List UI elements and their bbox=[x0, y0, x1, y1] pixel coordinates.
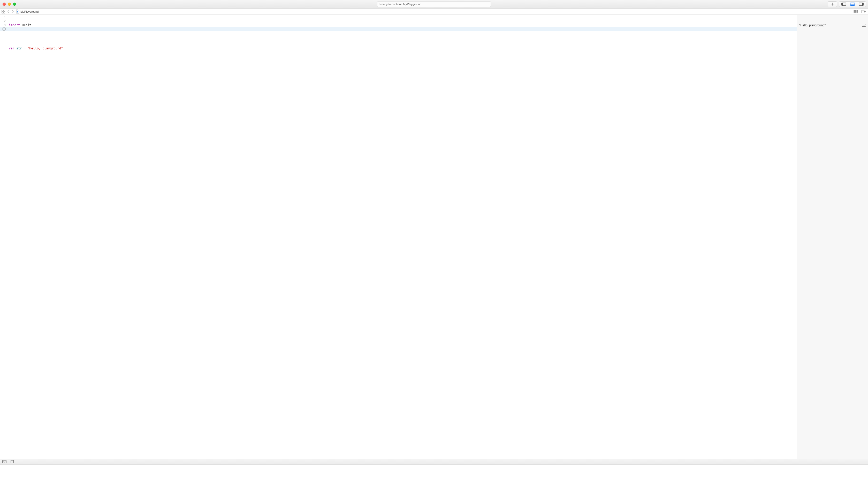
line-number: 2 bbox=[0, 19, 8, 23]
string-literal: "Hello, playground" bbox=[27, 47, 63, 50]
code-line bbox=[9, 58, 797, 62]
swift-document-icon bbox=[16, 9, 19, 14]
module-name: UIKit bbox=[22, 23, 31, 27]
titlebar-right-controls bbox=[828, 1, 866, 7]
jump-bar-right bbox=[853, 9, 866, 14]
editor-gutter: 1 2 3 bbox=[0, 15, 8, 459]
activity-status-text: Ready to continue MyPlayground bbox=[379, 3, 421, 6]
related-items-button[interactable] bbox=[2, 10, 5, 14]
library-add-button[interactable] bbox=[828, 2, 837, 7]
results-sidebar: "Hello, playground" bbox=[797, 15, 868, 459]
svg-rect-3 bbox=[850, 5, 854, 6]
debug-view-button[interactable] bbox=[10, 460, 15, 464]
jump-bar-document-name: MyPlayground bbox=[20, 10, 38, 13]
add-pane-icon bbox=[862, 10, 866, 13]
text-caret bbox=[9, 27, 9, 31]
toggle-inspectors-button[interactable] bbox=[857, 2, 866, 7]
left-panel-icon bbox=[841, 3, 846, 6]
jump-bar-left: MyPlayground bbox=[2, 9, 38, 14]
breakpoint-toggle-icon bbox=[2, 460, 6, 463]
code-content[interactable]: import UIKit var str = "Hello, playgroun… bbox=[9, 16, 797, 70]
chevron-right-icon bbox=[12, 10, 14, 13]
window-titlebar: Ready to continue MyPlayground bbox=[0, 0, 868, 8]
window-minimize-button[interactable] bbox=[8, 3, 11, 6]
code-editor[interactable]: 1 2 3 import UIKit var str = "Hello, pla… bbox=[0, 15, 797, 459]
jump-bar: MyPlayground bbox=[0, 8, 868, 15]
jump-bar-path-item[interactable]: MyPlayground bbox=[16, 9, 38, 14]
code-line: import UIKit bbox=[9, 23, 797, 27]
svg-rect-12 bbox=[3, 460, 6, 463]
editor-options-button[interactable] bbox=[853, 9, 859, 14]
line-number: 1 bbox=[0, 16, 8, 19]
console-area[interactable] bbox=[0, 465, 868, 492]
square-icon bbox=[10, 460, 14, 463]
plus-icon bbox=[831, 2, 834, 6]
toggle-navigator-button[interactable] bbox=[839, 2, 848, 7]
bottom-panel-icon bbox=[850, 3, 855, 6]
right-panel-icon bbox=[859, 3, 864, 6]
toggle-debug-area-button[interactable] bbox=[848, 2, 857, 7]
window-close-button[interactable] bbox=[3, 3, 6, 6]
quick-look-icon[interactable] bbox=[862, 24, 866, 27]
activity-viewer[interactable]: Ready to continue MyPlayground bbox=[377, 1, 491, 7]
svg-rect-7 bbox=[4, 10, 5, 11]
svg-rect-13 bbox=[11, 460, 14, 463]
svg-rect-1 bbox=[842, 3, 843, 5]
window-controls bbox=[3, 3, 16, 6]
line-number: 3 bbox=[0, 23, 8, 27]
history-forward-button[interactable] bbox=[11, 10, 15, 13]
identifier: str bbox=[16, 47, 22, 50]
window-zoom-button[interactable] bbox=[13, 3, 16, 6]
main-area: 1 2 3 import UIKit var str = "Hello, pla… bbox=[0, 15, 868, 459]
svg-rect-9 bbox=[4, 12, 5, 13]
history-back-button[interactable] bbox=[7, 10, 10, 13]
svg-rect-8 bbox=[2, 12, 3, 13]
code-line: var str = "Hello, playground" bbox=[9, 47, 797, 50]
keyword: import bbox=[9, 23, 20, 27]
svg-point-10 bbox=[17, 11, 18, 13]
svg-rect-11 bbox=[862, 10, 864, 13]
toggle-breakpoints-button[interactable] bbox=[2, 460, 7, 464]
code-line bbox=[9, 35, 797, 39]
result-value: "Hello, playground" bbox=[799, 24, 825, 27]
paragraph-lines-icon bbox=[853, 10, 858, 13]
run-playground-button[interactable] bbox=[2, 27, 6, 31]
svg-rect-6 bbox=[2, 10, 3, 11]
panel-toggle-group bbox=[839, 1, 866, 7]
add-editor-button[interactable] bbox=[861, 9, 866, 14]
debug-toolbar bbox=[0, 459, 868, 465]
operator: = bbox=[22, 47, 28, 50]
library-add-button-group bbox=[828, 1, 837, 7]
chevron-left-icon bbox=[7, 10, 9, 13]
keyword: var bbox=[9, 47, 15, 50]
grid-icon bbox=[2, 10, 5, 14]
svg-rect-5 bbox=[862, 3, 863, 5]
result-row[interactable]: "Hello, playground" bbox=[797, 23, 868, 27]
